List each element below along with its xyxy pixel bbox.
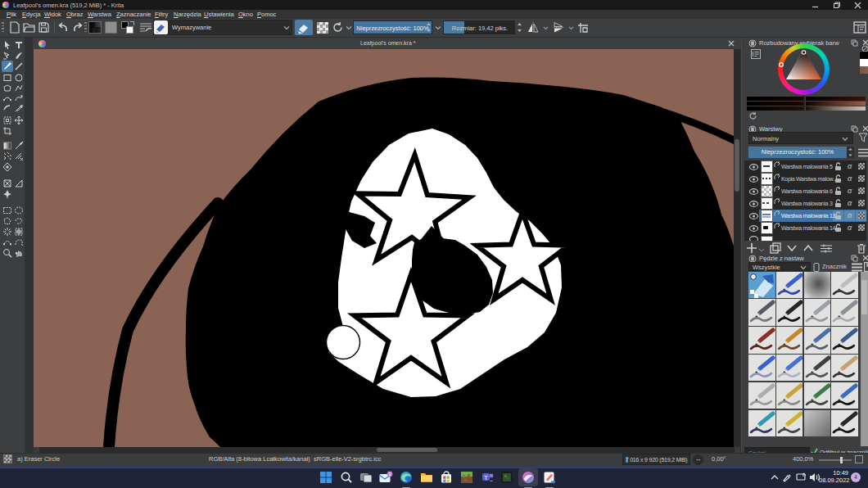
svg-text:T: T <box>484 474 488 481</box>
